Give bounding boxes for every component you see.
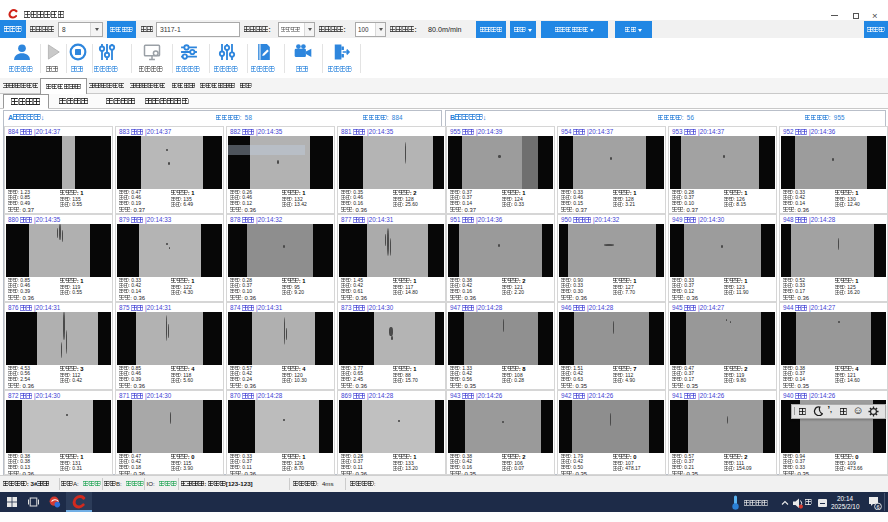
svg-text:6: 6 bbox=[876, 504, 879, 510]
